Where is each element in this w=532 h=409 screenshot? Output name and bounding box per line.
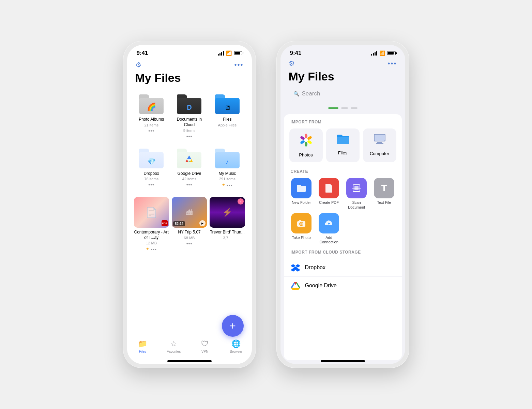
import-grid: Photos Files — [284, 128, 402, 169]
file-dots-my-music[interactable]: ••• — [227, 183, 233, 188]
new-folder-label: New Folder — [292, 200, 311, 205]
fab-button[interactable]: + — [222, 315, 244, 337]
cloud-label-gdrive: Google Drive — [305, 283, 337, 289]
star-icon-my-music: ★ — [222, 183, 225, 187]
contemporary-star-row: ★ ••• — [146, 246, 157, 252]
header-1: ⚙ ••• My Files — [127, 59, 252, 88]
status-icons-1: 📶 — [218, 50, 242, 56]
file-item-apple-files[interactable]: 🖥 Files Apple Files — [210, 91, 245, 142]
tab-browser-label: Browser — [230, 350, 242, 353]
tab-favorites-icon: ☆ — [170, 339, 177, 348]
add-connection-icon-wrap — [319, 213, 339, 233]
create-item-add-connection[interactable]: Add Connection — [317, 213, 341, 244]
modal-tab-active — [328, 107, 338, 109]
pdf-badge-contemporary: PDF — [162, 220, 168, 226]
file-item-photo-albums[interactable]: 🌈 Photo Albums 21 items ••• — [134, 91, 169, 142]
timer-overlay-nytrip: 52:12 — [173, 221, 185, 226]
content-1: 🌈 Photo Albums 21 items ••• D Documents … — [127, 88, 252, 336]
folder-photo-albums-icon: 🌈 — [139, 94, 164, 114]
home-indicator-2 — [321, 360, 365, 362]
create-item-new-folder[interactable]: New Folder — [289, 178, 314, 209]
svg-rect-18 — [299, 220, 301, 221]
tab-browser-icon: 🌐 — [231, 339, 241, 348]
take-photo-label: Take Photo — [292, 236, 310, 240]
more-icon-1[interactable]: ••• — [234, 61, 243, 69]
header-icons-2: ⚙ ••• — [289, 59, 397, 67]
page-title-1: My Files — [135, 72, 244, 84]
header-2: ⚙ ••• My Files — [280, 58, 405, 84]
files-icon — [336, 133, 350, 148]
take-photo-icon-wrap — [291, 213, 311, 233]
svg-point-1 — [305, 134, 307, 138]
tab-browser[interactable]: 🌐 Browser — [226, 339, 246, 353]
file-dots-contemporary[interactable]: ••• — [151, 247, 157, 252]
scan-document-icon-wrap — [346, 178, 367, 198]
thumb-item-nytrip[interactable]: 🏙 52:12 ▶ NY Trip 5.07 68 MB ••• — [172, 197, 207, 252]
phone-2-screen: 9:41 📶 ⚙ ••• My Files — [280, 45, 405, 364]
phone-2: 9:41 📶 ⚙ ••• My Files — [276, 41, 409, 368]
thumb-item-contemporary[interactable]: 📄 PDF Contemporary - Art of T...ay 12 MB… — [134, 197, 169, 252]
file-name-my-music: My Music — [218, 171, 236, 177]
file-name-google-drive: Google Drive — [177, 171, 201, 177]
scan-document-label: Scan Document — [345, 200, 369, 209]
file-dots-nytrip[interactable]: ••• — [186, 241, 193, 246]
file-grid-1: 🌈 Photo Albums 21 items ••• D Documents … — [134, 91, 245, 192]
file-meta-dropbox: 76 items — [144, 177, 158, 181]
gear-icon-1[interactable]: ⚙ — [135, 61, 141, 69]
tab-files[interactable]: 📁 Files — [132, 339, 153, 353]
import-item-photos[interactable]: Photos — [289, 128, 323, 162]
signal-icon-2 — [371, 51, 377, 56]
import-item-computer[interactable]: Computer — [363, 128, 396, 162]
folder-dropbox-icon: 💎 — [139, 149, 164, 168]
create-item-scan-document[interactable]: Scan Document — [345, 178, 369, 209]
folder-apple-files-icon: 🖥 — [215, 94, 240, 114]
file-item-my-music[interactable]: ♪ My Music 291 items ★ ••• — [210, 145, 245, 192]
wifi-icon-1: 📶 — [226, 50, 232, 56]
gdrive-logo — [291, 281, 300, 290]
signal-icon-1 — [218, 51, 224, 56]
import-section-label: IMPORT FROM — [284, 120, 402, 128]
file-item-google-drive[interactable]: Google Drive 42 items ••• — [172, 145, 207, 192]
tab-vpn[interactable]: 🛡 VPN — [195, 339, 215, 353]
thumb-item-trevor[interactable]: ⚡ ♪ Trevor Bird' Thun... 3,7... — [210, 197, 245, 252]
svg-rect-9 — [375, 135, 385, 141]
tab-files-label: Files — [139, 350, 146, 353]
search-bar-2[interactable]: 🔍 Search — [289, 87, 397, 101]
create-grid: New Folder Create PDF — [284, 178, 402, 250]
music-badge-trevor: ♪ — [238, 198, 244, 204]
modal-tab-inactive-2 — [351, 107, 358, 109]
file-dots-google-drive[interactable]: ••• — [186, 182, 193, 187]
gear-icon-2[interactable]: ⚙ — [289, 59, 295, 67]
tab-bar-1: 📁 Files ☆ Favorites 🛡 VPN 🌐 Browser — [127, 336, 252, 360]
computer-icon — [373, 133, 387, 148]
file-dots-photo-albums[interactable]: ••• — [148, 128, 154, 134]
cloud-item-dropbox[interactable]: Dropbox — [284, 259, 402, 277]
create-item-text-file[interactable]: T Text File — [372, 178, 396, 209]
cloud-item-gdrive[interactable]: Google Drive — [284, 277, 402, 294]
file-item-documents[interactable]: D Documents in Cloud 9 items ••• — [172, 91, 207, 142]
file-name-documents: Documents in Cloud — [174, 117, 205, 127]
page-title-2: My Files — [289, 70, 397, 83]
search-placeholder-2: Search — [302, 90, 320, 97]
modal-tab-area — [280, 104, 405, 114]
status-time-1: 9:41 — [137, 50, 148, 57]
file-dots-dropbox[interactable]: ••• — [148, 182, 154, 187]
file-item-dropbox[interactable]: 💎 Dropbox 76 items ••• — [134, 145, 169, 192]
file-name-trevor: Trevor Bird' Thun... — [210, 230, 245, 235]
tab-vpn-icon: 🛡 — [201, 339, 209, 348]
text-file-icon-wrap: T — [374, 178, 394, 198]
svg-rect-10 — [377, 142, 382, 143]
file-dots-documents[interactable]: ••• — [186, 134, 193, 139]
create-item-create-pdf[interactable]: Create PDF — [317, 178, 341, 209]
more-icon-2[interactable]: ••• — [387, 60, 397, 67]
import-item-files[interactable]: Files — [326, 128, 360, 162]
battery-icon-2 — [387, 51, 396, 55]
header-icons-1: ⚙ ••• — [135, 61, 244, 69]
new-folder-icon-wrap — [291, 178, 311, 198]
text-file-label: Text File — [377, 200, 391, 205]
create-item-take-photo[interactable]: Take Photo — [289, 213, 314, 244]
import-label-computer: Computer — [370, 151, 389, 156]
tab-favorites[interactable]: ☆ Favorites — [164, 339, 184, 353]
phone-1: 9:41 📶 ⚙ ••• My Files — [123, 41, 256, 368]
cloud-section: Dropbox Google Drive — [284, 259, 402, 298]
